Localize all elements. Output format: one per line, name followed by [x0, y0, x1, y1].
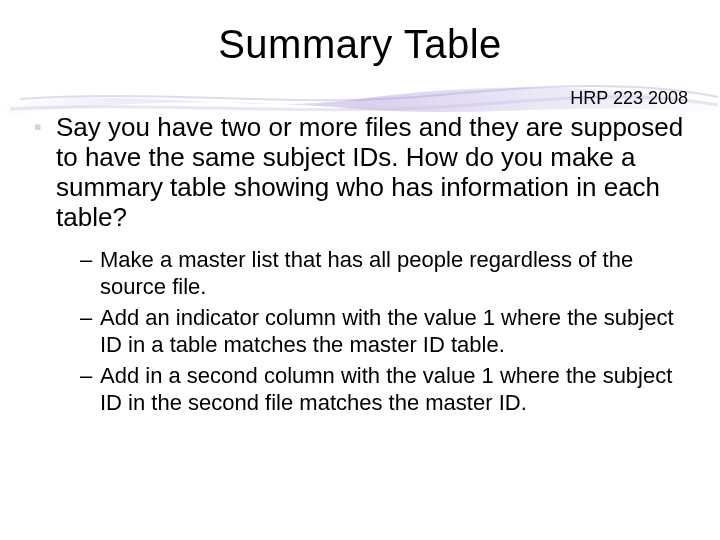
dash-icon: – [80, 246, 100, 273]
sub-bullet-list: – Make a master list that has all people… [80, 246, 686, 416]
slide: Summary Table HRP 223 2008 ▪ Say you hav… [0, 0, 720, 540]
bullet-text: Say you have two or more files and they … [56, 112, 686, 232]
sub-bullet-text: Add in a second column with the value 1 … [100, 362, 686, 416]
slide-title: Summary Table [0, 22, 720, 67]
sub-bullet-text: Add an indicator column with the value 1… [100, 304, 686, 358]
sub-bullet-item: – Add an indicator column with the value… [80, 304, 686, 358]
sub-bullet-text: Make a master list that has all people r… [100, 246, 686, 300]
dash-icon: – [80, 362, 100, 389]
sub-bullet-item: – Make a master list that has all people… [80, 246, 686, 300]
slide-body: ▪ Say you have two or more files and the… [34, 112, 686, 420]
course-tag: HRP 223 2008 [570, 88, 688, 109]
sub-bullet-item: – Add in a second column with the value … [80, 362, 686, 416]
bullet-item: ▪ Say you have two or more files and the… [34, 112, 686, 232]
dash-icon: – [80, 304, 100, 331]
bullet-marker-icon: ▪ [34, 112, 56, 142]
